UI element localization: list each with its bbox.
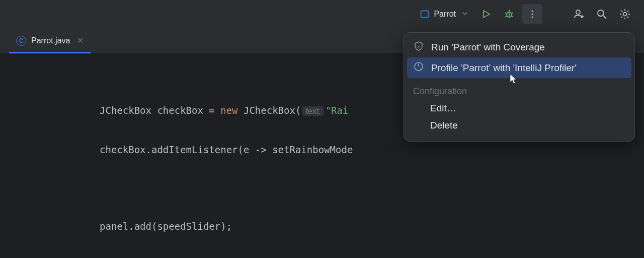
- svg-line-5: [505, 16, 507, 17]
- debug-button[interactable]: [499, 4, 519, 24]
- inlay-hint: text:: [302, 106, 324, 116]
- code-text: JCheckBox(: [238, 105, 301, 116]
- svg-point-10: [531, 16, 533, 18]
- edit-configuration-action[interactable]: Edit…: [404, 100, 634, 117]
- keyword: new: [220, 105, 237, 116]
- svg-point-9: [531, 13, 533, 15]
- svg-point-8: [531, 10, 533, 12]
- profiler-icon: [413, 61, 424, 75]
- string-literal: "Rai: [326, 105, 349, 116]
- run-actions-popup: Run 'Parrot' with Coverage Profile 'Parr…: [404, 32, 635, 142]
- delete-configuration-action[interactable]: Delete: [404, 117, 634, 134]
- svg-line-4: [512, 13, 513, 14]
- svg-point-16: [623, 13, 627, 16]
- coverage-icon: [413, 40, 424, 54]
- search-everywhere-button[interactable]: [592, 4, 612, 24]
- tab-close-button[interactable]: ✕: [77, 36, 84, 45]
- run-config-selector[interactable]: Parrot: [415, 7, 473, 21]
- tab-parrot-java[interactable]: C Parrot.java ✕: [9, 28, 91, 53]
- run-config-name: Parrot: [434, 10, 456, 19]
- configuration-section-header: Configuration: [404, 78, 634, 100]
- chevron-down-icon: [462, 10, 468, 19]
- settings-button[interactable]: [615, 4, 635, 24]
- svg-point-14: [598, 10, 604, 16]
- svg-point-11: [576, 10, 580, 14]
- profile-with-intellij-profiler-action[interactable]: Profile 'Parrot' with 'IntelliJ Profiler…: [407, 57, 631, 78]
- tab-filename: Parrot.java: [31, 36, 70, 45]
- svg-line-15: [603, 16, 606, 19]
- code-text: checkBox.addItemListener(e -> setRainbow…: [100, 144, 353, 155]
- menu-label: Profile 'Parrot' with 'IntelliJ Profiler…: [431, 62, 577, 74]
- svg-line-3: [505, 13, 507, 14]
- code-text: panel.add(speedSlider);: [100, 221, 232, 232]
- menu-label: Run 'Parrot' with Coverage: [431, 42, 545, 53]
- code-text: JCheckBox checkBox =: [100, 105, 220, 116]
- main-toolbar: Parrot: [0, 0, 644, 28]
- application-icon: [420, 9, 430, 19]
- run-button[interactable]: [476, 4, 496, 24]
- more-actions-button[interactable]: [522, 4, 542, 24]
- run-with-coverage-action[interactable]: Run 'Parrot' with Coverage: [404, 37, 634, 57]
- java-class-icon: C: [16, 36, 26, 46]
- code-with-me-button[interactable]: [569, 4, 589, 24]
- svg-line-6: [512, 16, 513, 17]
- svg-rect-0: [421, 11, 429, 18]
- gutter: [0, 53, 36, 258]
